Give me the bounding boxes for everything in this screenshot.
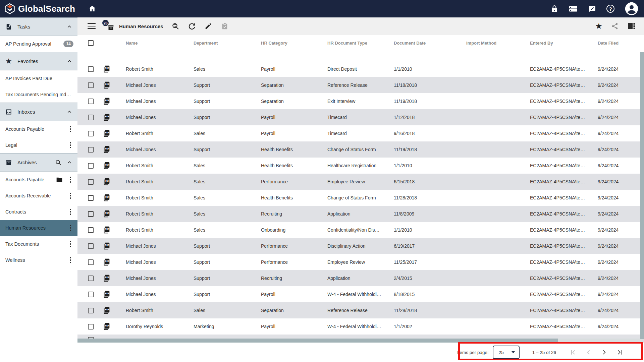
pdf-icon[interactable]: PDF — [103, 258, 126, 266]
sidebar-section-inboxes[interactable]: Inboxes — [0, 103, 77, 121]
search-icon[interactable] — [55, 159, 61, 166]
column-header-name[interactable]: Name — [126, 41, 194, 46]
sidebar-item-human-resources[interactable]: Human Resources — [0, 220, 77, 236]
pdf-icon[interactable]: PDF — [103, 290, 126, 298]
table-row[interactable]: PDFMichael JonesSupportSeparationExit In… — [77, 93, 644, 109]
pdf-icon[interactable]: PDF — [103, 81, 126, 89]
pdf-icon[interactable]: PDF — [103, 242, 126, 250]
sidebar-item-ap-invoices-past-due[interactable]: AP Invoices Past Due — [0, 70, 77, 86]
pdf-icon[interactable]: PDF — [103, 65, 126, 73]
kebab-menu-icon[interactable] — [67, 208, 73, 216]
pdf-icon[interactable]: PDF — [103, 113, 126, 121]
table-row[interactable]: PDFRobert SmithSalesPerformanceEmployee … — [77, 174, 644, 190]
row-checkbox[interactable] — [88, 227, 94, 233]
menu-icon[interactable] — [88, 23, 96, 29]
sidebar-item-tax-documents-pending-inde[interactable]: Tax Documents Pending Inde… — [0, 86, 77, 103]
row-checkbox[interactable] — [88, 243, 94, 249]
share-icon[interactable] — [610, 22, 619, 31]
table-row[interactable]: PDFRobert SmithSalesSeparationReference … — [77, 302, 644, 318]
table-row[interactable]: PDFMichael JonesSupportSeparationReferen… — [77, 77, 644, 93]
row-checkbox[interactable] — [88, 99, 94, 104]
row-checkbox[interactable] — [88, 82, 94, 88]
sidebar-item-accounts-payable[interactable]: Accounts Payable — [0, 172, 77, 188]
pdf-icon[interactable]: PDF — [103, 194, 126, 202]
column-header-entered-by[interactable]: Entered By — [530, 41, 598, 46]
refresh-icon[interactable] — [187, 22, 196, 31]
table-row[interactable]: PDFRobert SmithSalesRecruitingApplicatio… — [77, 206, 644, 222]
sidebar-item-tax-documents[interactable]: Tax Documents — [0, 236, 77, 252]
list-view-icon[interactable] — [569, 4, 578, 13]
chevron-up-icon[interactable] — [67, 24, 72, 29]
sidebar-item-accounts-receivable[interactable]: Accounts Receivable — [0, 188, 77, 204]
column-header-document-date[interactable]: Document Date — [394, 41, 466, 46]
table-row[interactable]: PDFRobert SmithSalesHealth BenefitsChang… — [77, 190, 644, 206]
table-row[interactable]: PDFMichael JonesSupportPerformanceEmploy… — [77, 254, 644, 270]
column-header-hr-document-type[interactable]: HR Document Type — [327, 41, 394, 46]
vertical-scrollbar[interactable] — [640, 52, 644, 339]
lock-icon[interactable] — [550, 4, 559, 13]
row-checkbox[interactable] — [88, 292, 94, 297]
row-checkbox[interactable] — [88, 195, 94, 201]
sidebar-item-ap-pending-approval[interactable]: AP Pending Approval14 — [0, 36, 77, 52]
table-row[interactable]: PDFRobert SmithSalesPayrollDirect Deposi… — [77, 61, 644, 77]
kebab-menu-icon[interactable] — [67, 141, 73, 149]
help-icon[interactable]: ? — [606, 5, 614, 13]
row-checkbox[interactable] — [88, 324, 94, 329]
pdf-icon[interactable]: PDF — [103, 162, 126, 170]
avatar[interactable] — [625, 2, 639, 16]
table-row[interactable]: PDFRobert SmithSalesOnboardingConfidenti… — [77, 222, 644, 238]
edit-icon[interactable] — [204, 22, 213, 31]
favorite-star-icon[interactable]: ★ — [595, 22, 602, 30]
home-icon[interactable] — [87, 3, 98, 14]
pdf-icon[interactable]: PDF — [103, 274, 126, 282]
kebab-menu-icon[interactable] — [67, 125, 73, 133]
sidebar-item-legal[interactable]: Legal — [0, 137, 77, 153]
pdf-icon[interactable]: PDF — [103, 97, 126, 105]
pdf-icon[interactable]: PDF — [103, 226, 126, 234]
pdf-icon[interactable]: PDF — [103, 178, 126, 186]
column-header-import-method[interactable]: Import Method — [466, 41, 530, 46]
table-row[interactable]: PDFDorothy ReynoldsMarketingPayrollW-4 -… — [77, 318, 644, 335]
row-checkbox[interactable] — [88, 66, 94, 72]
row-checkbox[interactable] — [88, 259, 94, 265]
table-row[interactable]: PDFMichael JonesSupportHealth BenefitsCh… — [77, 141, 644, 158]
table-row[interactable]: PDFMichael JonesSupportPayrollTimecard1/… — [77, 109, 644, 125]
items-per-page-select[interactable]: 25 — [493, 346, 520, 359]
row-checkbox[interactable] — [88, 115, 94, 120]
table-row[interactable]: PDFMichael JonesSupportPerformanceDiscip… — [77, 238, 644, 254]
sidebar-section-archives[interactable]: Archives — [0, 153, 77, 172]
select-all-checkbox[interactable] — [88, 40, 94, 46]
pdf-icon[interactable]: PDF — [103, 129, 126, 137]
sidebar-item-accounts-payable[interactable]: Accounts Payable — [0, 121, 77, 137]
row-checkbox[interactable] — [88, 211, 94, 217]
row-checkbox[interactable] — [88, 131, 94, 136]
column-header-date-filed[interactable]: Date Filed — [598, 41, 644, 46]
row-checkbox[interactable] — [88, 147, 94, 153]
sidebar-section-tasks[interactable]: Tasks — [0, 17, 77, 36]
chevron-up-icon[interactable] — [67, 59, 72, 64]
kebab-menu-icon[interactable] — [67, 192, 73, 199]
kebab-menu-icon[interactable] — [67, 224, 73, 232]
row-checkbox[interactable] — [88, 179, 94, 185]
kebab-menu-icon[interactable] — [67, 176, 73, 183]
next-page-button[interactable] — [600, 349, 608, 356]
table-row[interactable]: PDFRobert SmithSalesHealth BenefitsHealt… — [77, 158, 644, 174]
sidebar-section-favorites[interactable]: ★Favorites — [0, 52, 77, 70]
column-header-department[interactable]: Department — [194, 41, 261, 46]
pdf-icon[interactable]: PDF — [103, 306, 126, 314]
pdf-icon[interactable]: PDF — [103, 210, 126, 218]
column-header-hr-category[interactable]: HR Category — [261, 41, 327, 46]
view-columns-icon[interactable] — [627, 22, 636, 31]
last-page-button[interactable] — [616, 349, 623, 356]
table-row[interactable]: PDFMichael JonesSupportPayrollW-4 - Fede… — [77, 286, 644, 302]
feedback-icon[interactable] — [588, 4, 596, 13]
row-checkbox[interactable] — [88, 308, 94, 313]
kebab-menu-icon[interactable] — [67, 256, 73, 264]
sidebar-item-wellness[interactable]: Wellness — [0, 252, 77, 268]
kebab-menu-icon[interactable] — [67, 240, 73, 248]
row-checkbox[interactable] — [88, 163, 94, 169]
chevron-up-icon[interactable] — [67, 109, 72, 115]
chevron-up-icon[interactable] — [67, 160, 72, 165]
sidebar-item-contracts[interactable]: Contracts — [0, 204, 77, 220]
horizontal-scrollbar-thumb[interactable] — [77, 339, 558, 343]
